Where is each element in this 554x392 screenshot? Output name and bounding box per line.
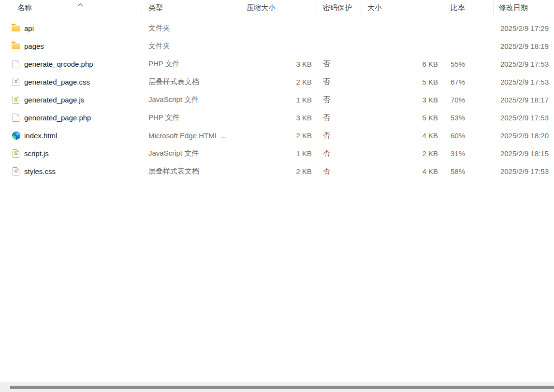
file-type: 文件夹 xyxy=(142,19,241,37)
horizontal-scrollbar-thumb[interactable] xyxy=(10,386,554,389)
js-file-icon: S xyxy=(12,149,20,158)
file-type: 文件夹 xyxy=(142,37,241,55)
file-ratio: 58% xyxy=(446,162,493,180)
file-modified-date: 2025/2/9 17:53 xyxy=(493,162,554,180)
file-row[interactable]: ⚙ generated_page.css 层叠样式表文档 2 KB 否 5 KB… xyxy=(0,73,554,91)
file-row[interactable]: generated_page.php PHP 文件 3 KB 否 5 KB 53… xyxy=(0,109,554,127)
column-separator xyxy=(493,2,494,15)
file-compressed-size: 3 KB xyxy=(241,55,316,73)
file-modified-date: 2025/2/9 17:29 xyxy=(493,19,554,37)
column-header-comp[interactable]: 压缩大小 xyxy=(241,0,316,16)
file-name: generated_page.css xyxy=(24,78,90,86)
file-type: PHP 文件 xyxy=(142,55,241,73)
file-modified-date: 2025/2/9 17:53 xyxy=(493,55,554,73)
file-type: 层叠样式表文档 xyxy=(142,162,241,180)
file-row[interactable]: pages 文件夹 2025/2/9 18:19 xyxy=(0,37,554,55)
column-separator xyxy=(142,2,142,15)
column-header-mod[interactable]: 修改日期 xyxy=(493,0,554,16)
file-row[interactable]: api 文件夹 2025/2/9 17:29 xyxy=(0,19,554,37)
file-modified-date: 2025/2/9 17:53 xyxy=(493,73,554,91)
file-password-protected: 否 xyxy=(316,109,361,127)
file-compressed-size xyxy=(241,19,316,37)
file-ratio xyxy=(446,19,493,37)
file-modified-date: 2025/2/9 18:19 xyxy=(493,37,554,55)
folder-icon xyxy=(12,42,20,51)
file-password-protected: 否 xyxy=(316,91,361,109)
file-type: JavaScript 文件 xyxy=(142,145,241,162)
file-row[interactable]: S script.js JavaScript 文件 1 KB 否 2 KB 31… xyxy=(0,145,554,162)
file-ratio: 53% xyxy=(446,109,493,127)
file-ratio: 55% xyxy=(446,55,493,73)
file-modified-date: 2025/2/9 18:17 xyxy=(493,91,554,109)
js-file-icon: S xyxy=(12,96,20,104)
column-header-name[interactable]: 名称 xyxy=(0,0,142,16)
file-modified-date: 2025/2/9 18:15 xyxy=(493,145,554,162)
file-type: JavaScript 文件 xyxy=(142,91,241,109)
file-icon xyxy=(12,60,20,69)
file-size: 4 KB xyxy=(361,127,446,145)
column-separator xyxy=(361,2,361,15)
file-name: script.js xyxy=(24,149,49,158)
file-compressed-size: 1 KB xyxy=(241,145,316,162)
column-header-pass[interactable]: 密码保护 xyxy=(316,0,361,16)
file-name: index.html xyxy=(24,131,57,140)
file-compressed-size: 2 KB xyxy=(241,73,316,91)
file-name: generated_page.js xyxy=(24,96,84,104)
file-modified-date: 2025/2/9 17:53 xyxy=(493,109,554,127)
horizontal-scrollbar[interactable] xyxy=(0,382,554,392)
column-header-ratio[interactable]: 比率 xyxy=(446,0,493,16)
file-name: generated_page.php xyxy=(24,114,91,122)
file-size: 5 KB xyxy=(361,109,446,127)
column-header-row: 名称类型压缩大小密码保护大小比率修改日期 xyxy=(0,0,554,16)
file-size: 3 KB xyxy=(361,91,446,109)
column-separator xyxy=(446,2,446,15)
file-password-protected: 否 xyxy=(316,145,361,162)
column-header-size[interactable]: 大小 xyxy=(361,0,446,16)
file-compressed-size: 2 KB xyxy=(241,162,316,180)
folder-icon xyxy=(12,24,20,33)
file-password-protected: 否 xyxy=(316,162,361,180)
file-ratio: 67% xyxy=(446,73,493,91)
file-size: 5 KB xyxy=(361,73,446,91)
file-size: 2 KB xyxy=(361,145,446,162)
column-separator xyxy=(316,2,316,15)
file-size xyxy=(361,37,446,55)
file-row[interactable]: S generated_page.js JavaScript 文件 1 KB 否… xyxy=(0,91,554,109)
file-size xyxy=(361,19,446,37)
column-separator xyxy=(241,2,241,15)
file-modified-date: 2025/2/9 18:20 xyxy=(493,127,554,145)
file-password-protected: 否 xyxy=(316,73,361,91)
file-compressed-size: 3 KB xyxy=(241,109,316,127)
file-row[interactable]: generate_qrcode.php PHP 文件 3 KB 否 6 KB 5… xyxy=(0,55,554,73)
file-password-protected xyxy=(316,19,361,37)
file-ratio: 31% xyxy=(446,145,493,162)
column-header-type[interactable]: 类型 xyxy=(142,0,241,16)
file-name: generate_qrcode.php xyxy=(24,60,93,68)
file-type: Microsoft Edge HTML ... xyxy=(142,127,241,145)
file-password-protected: 否 xyxy=(316,127,361,145)
css-file-icon: ⚙ xyxy=(12,78,20,87)
archive-file-list-window: 名称类型压缩大小密码保护大小比率修改日期 api 文件夹 2025/2/9 17… xyxy=(0,0,554,392)
file-ratio: 70% xyxy=(446,91,493,109)
file-list: api 文件夹 2025/2/9 17:29 pages 文件夹 2025/2/… xyxy=(0,19,554,180)
file-name: api xyxy=(24,24,34,32)
edge-icon xyxy=(12,131,20,140)
file-row[interactable]: index.html Microsoft Edge HTML ... 2 KB … xyxy=(0,127,554,145)
file-type: 层叠样式表文档 xyxy=(142,73,241,91)
file-compressed-size xyxy=(241,37,316,55)
file-compressed-size: 1 KB xyxy=(241,91,316,109)
file-password-protected: 否 xyxy=(316,55,361,73)
file-ratio xyxy=(446,37,493,55)
file-ratio: 60% xyxy=(446,127,493,145)
file-icon xyxy=(12,114,20,122)
file-password-protected xyxy=(316,37,361,55)
file-type: PHP 文件 xyxy=(142,109,241,127)
file-size: 6 KB xyxy=(361,55,446,73)
css-file-icon: ⚙ xyxy=(12,167,20,176)
file-name: styles.css xyxy=(24,167,56,175)
file-name: pages xyxy=(24,42,44,50)
file-row[interactable]: ⚙ styles.css 层叠样式表文档 2 KB 否 4 KB 58% 202… xyxy=(0,162,554,180)
file-compressed-size: 2 KB xyxy=(241,127,316,145)
file-size: 4 KB xyxy=(361,162,446,180)
